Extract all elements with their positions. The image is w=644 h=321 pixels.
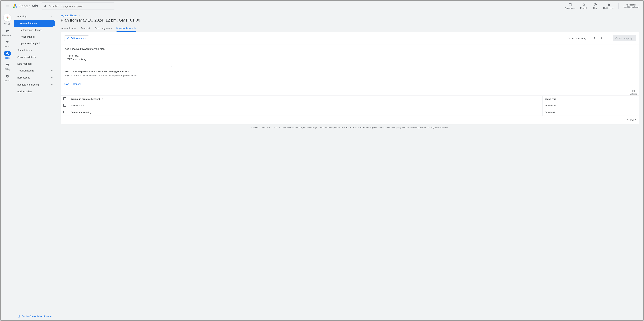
sidebar-group-bulk-actions[interactable]: Bulk actions bbox=[14, 74, 57, 81]
sidebar-item-keyword-planner[interactable]: Keyword Planner bbox=[14, 20, 56, 27]
table-row[interactable]: Facebook advertisingBroad match bbox=[61, 109, 639, 116]
plan-card: Edit plan name Saved 1 minute ago Create… bbox=[61, 32, 639, 124]
more-button[interactable] bbox=[604, 35, 611, 42]
search-input[interactable] bbox=[49, 5, 113, 8]
plan-tabs: Keyword ideas Forecast Saved keywords Ne… bbox=[61, 26, 639, 32]
cell-keyword: Facebook advertising bbox=[68, 109, 542, 116]
disclaimer-text: Keyword Planner can be used to generate … bbox=[61, 124, 639, 129]
negative-keywords-textarea[interactable] bbox=[65, 53, 172, 67]
chevron-down-icon bbox=[50, 49, 54, 52]
columns-button[interactable]: Columns bbox=[630, 89, 637, 95]
chevron-up-icon bbox=[50, 15, 54, 18]
svg-point-0 bbox=[13, 7, 14, 8]
account-email: email@gmail.com bbox=[623, 6, 639, 8]
nav-rail: Create Campaigns Goals Tools Billing Adm… bbox=[1, 11, 14, 320]
pagination-info: 1 - 2 of 2 bbox=[61, 116, 639, 124]
row-checkbox[interactable] bbox=[63, 104, 66, 107]
sidebar-item-business-data[interactable]: Business data bbox=[14, 88, 57, 95]
tab-forecast[interactable]: Forecast bbox=[81, 26, 90, 32]
columns-icon bbox=[632, 89, 635, 93]
refresh-button[interactable]: Refresh bbox=[578, 2, 589, 10]
edit-plan-name-button[interactable]: Edit plan name bbox=[64, 36, 89, 41]
search-icon bbox=[44, 4, 47, 8]
chevron-down-icon bbox=[50, 76, 54, 79]
appearance-button[interactable]: Appearance bbox=[563, 2, 577, 10]
mobile-icon bbox=[17, 315, 20, 318]
chevron-down-icon bbox=[50, 69, 54, 72]
appearance-icon bbox=[568, 3, 572, 6]
rail-goals[interactable]: Goals bbox=[1, 40, 14, 48]
chevron-down-icon bbox=[50, 83, 54, 86]
add-negative-title: Add negative keywords to your plan bbox=[65, 48, 635, 50]
header-divider bbox=[618, 3, 619, 9]
tab-saved-keywords[interactable]: Saved keywords bbox=[94, 26, 112, 32]
notifications-button[interactable]: Notifications bbox=[602, 2, 616, 10]
negative-keywords-table: Campaign negative keyword Match type Fac… bbox=[61, 96, 639, 116]
breadcrumb-keyword-planner[interactable]: Keyword Planner bbox=[61, 14, 639, 17]
megaphone-icon bbox=[6, 29, 9, 33]
download-icon bbox=[600, 37, 603, 40]
checkbox-icon[interactable] bbox=[63, 97, 66, 100]
saved-status: Saved 1 minute ago bbox=[568, 37, 587, 40]
column-header-match-type[interactable]: Match type bbox=[542, 96, 639, 102]
add-negative-section: Add negative keywords to your plan Match… bbox=[61, 45, 639, 80]
share-button[interactable] bbox=[591, 35, 598, 42]
table-row[interactable]: Facebook adsBroad match bbox=[61, 102, 639, 109]
sidebar-item-data-manager[interactable]: Data manager bbox=[14, 61, 57, 67]
cell-keyword: Facebook ads bbox=[68, 102, 542, 109]
global-search[interactable] bbox=[41, 2, 115, 10]
cancel-button[interactable]: Cancel bbox=[73, 83, 81, 85]
svg-text:?: ? bbox=[595, 4, 596, 6]
more-vert-icon bbox=[606, 37, 610, 40]
select-all-header[interactable] bbox=[61, 96, 68, 102]
plan-toolbar: Edit plan name Saved 1 minute ago Create… bbox=[61, 32, 639, 45]
account-switcher[interactable]: Ad Account email@gmail.com bbox=[621, 4, 641, 8]
cell-match-type: Broad match bbox=[542, 102, 639, 109]
share-icon bbox=[593, 37, 596, 40]
hamburger-menu-button[interactable] bbox=[3, 2, 11, 10]
menu-icon bbox=[6, 4, 9, 8]
sidebar-group-budgets-bidding[interactable]: Budgets and bidding bbox=[14, 81, 57, 88]
create-button[interactable]: Create bbox=[1, 14, 14, 25]
help-icon: ? bbox=[594, 3, 597, 6]
page-title: Plan from May 16, 2024, 12 pm, GMT+01:00 bbox=[61, 18, 639, 23]
match-type-hint: Match types help control which searches … bbox=[65, 70, 635, 73]
tools-sidebar: Planning Keyword Planner Performance Pla… bbox=[14, 11, 57, 320]
google-ads-logo-icon bbox=[13, 4, 17, 8]
column-header-keyword[interactable]: Campaign negative keyword bbox=[68, 96, 542, 102]
save-button[interactable]: Save bbox=[64, 83, 69, 85]
main-content: Keyword Planner Plan from May 16, 2024, … bbox=[57, 11, 643, 320]
get-mobile-app-link[interactable]: Get the Google Ads mobile app bbox=[14, 312, 57, 320]
cell-match-type: Broad match bbox=[542, 109, 639, 116]
trophy-icon bbox=[6, 41, 9, 44]
sidebar-item-content-suitability[interactable]: Content suitability bbox=[14, 54, 57, 61]
rail-tools[interactable]: Tools bbox=[1, 51, 14, 59]
help-button[interactable]: ? Help bbox=[590, 2, 600, 10]
wrench-icon bbox=[6, 52, 9, 55]
bell-icon bbox=[607, 3, 610, 6]
download-button[interactable] bbox=[598, 35, 604, 42]
rail-billing[interactable]: Billing bbox=[1, 62, 14, 71]
sidebar-item-reach-planner[interactable]: Reach Planner bbox=[14, 34, 56, 40]
sort-asc-icon bbox=[101, 98, 103, 100]
create-campaign-button: Create campaign bbox=[612, 35, 636, 41]
sidebar-item-app-hub[interactable]: App advertising hub bbox=[14, 40, 56, 47]
rail-campaigns[interactable]: Campaigns bbox=[1, 28, 14, 37]
pencil-icon bbox=[67, 37, 70, 40]
tab-keyword-ideas[interactable]: Keyword ideas bbox=[61, 26, 76, 32]
google-ads-logo: Google Ads bbox=[13, 4, 38, 8]
sidebar-group-troubleshooting[interactable]: Troubleshooting bbox=[14, 67, 57, 74]
sidebar-group-planning[interactable]: Planning bbox=[14, 13, 57, 20]
gear-icon bbox=[6, 75, 9, 78]
columns-bar: Columns bbox=[61, 88, 639, 96]
row-checkbox[interactable] bbox=[63, 111, 66, 113]
account-name: Ad Account bbox=[623, 4, 639, 6]
card-icon bbox=[6, 63, 9, 67]
plus-icon bbox=[5, 16, 9, 20]
rail-admin[interactable]: Admin bbox=[1, 74, 14, 82]
sidebar-item-performance-planner[interactable]: Performance Planner bbox=[14, 27, 56, 34]
logo-text: Google Ads bbox=[19, 4, 38, 8]
sidebar-group-shared-library[interactable]: Shared library bbox=[14, 47, 57, 54]
tab-negative-keywords[interactable]: Negative keywords bbox=[116, 26, 136, 32]
app-header: Google Ads Appearance Refresh ? Help Not… bbox=[1, 1, 643, 11]
